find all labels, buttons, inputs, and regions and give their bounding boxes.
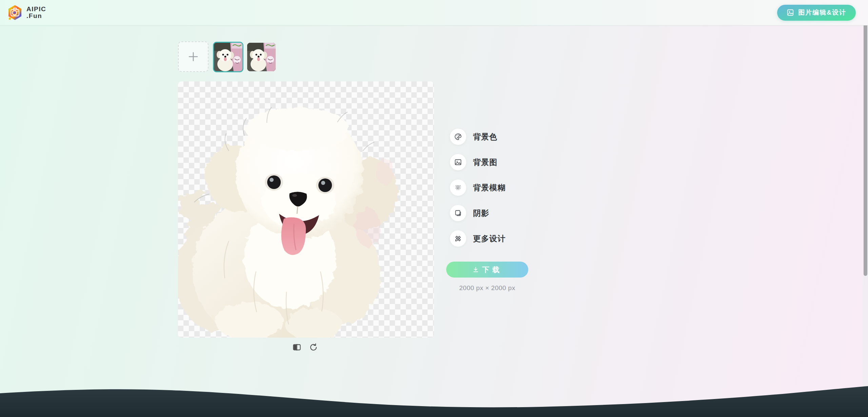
more-design-icon (454, 234, 462, 243)
panel-item-label: 更多设计 (473, 233, 506, 244)
logo-title: AIPIC (26, 6, 46, 13)
editor-canvas[interactable] (178, 81, 434, 338)
thumbnail-selected[interactable] (213, 42, 243, 72)
shadow-icon (454, 209, 462, 217)
reset-icon (309, 343, 318, 352)
plus-icon (188, 51, 199, 62)
canvas-toolbar (292, 342, 319, 353)
blur-icon (454, 184, 462, 192)
panel-item-label: 阴影 (473, 208, 489, 219)
compare-button[interactable] (292, 342, 302, 353)
logo[interactable]: AIPIC .Fun (7, 4, 46, 21)
output-size-label: 2000 px × 2000 px (446, 284, 528, 292)
scrollbar[interactable] (863, 0, 868, 417)
panel-item-background-blur[interactable]: 背景模糊 (450, 179, 506, 196)
panel-item-more-design[interactable]: 更多设计 (450, 230, 506, 247)
image-edit-icon (787, 9, 794, 16)
panel-item-label: 背景色 (473, 132, 497, 142)
footer-wave (0, 372, 868, 417)
reset-button[interactable] (308, 342, 319, 353)
thumbnail[interactable] (247, 43, 276, 71)
puppy-thumbnail-image (247, 43, 276, 71)
download-button[interactable]: 下载 (446, 262, 528, 278)
puppy-thumbnail-image (214, 43, 242, 71)
logo-subtitle: .Fun (26, 13, 46, 19)
scrollbar-thumb[interactable] (864, 3, 867, 276)
panel-item-shadow[interactable]: 阴影 (450, 205, 489, 221)
image-icon (454, 158, 462, 166)
panel-item-label: 背景图 (473, 157, 497, 168)
download-button-label: 下载 (482, 265, 502, 274)
puppy-cutout-image (178, 81, 434, 338)
add-image-button[interactable] (178, 41, 209, 72)
panel-item-background-color[interactable]: 背景色 (450, 129, 497, 145)
panel-item-background-image[interactable]: 背景图 (450, 154, 497, 170)
logo-icon (7, 4, 23, 21)
edit-design-button[interactable]: 图片编辑&设计 (777, 5, 856, 21)
download-icon (472, 266, 479, 273)
panel-item-label: 背景模糊 (473, 183, 506, 193)
header: AIPIC .Fun 图片编辑&设计 (0, 0, 868, 25)
compare-icon (292, 343, 301, 352)
palette-icon (454, 133, 462, 141)
edit-design-button-label: 图片编辑&设计 (798, 8, 846, 17)
